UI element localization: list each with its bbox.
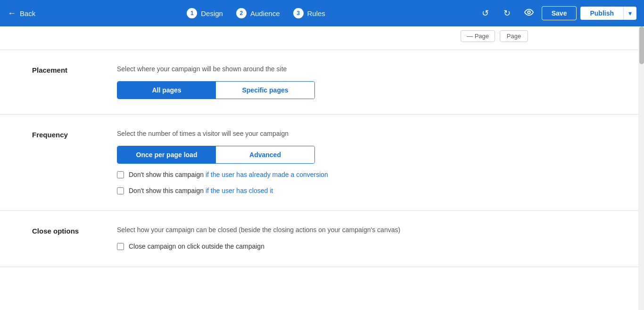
placement-toggle: All pages Specific pages [117, 81, 315, 99]
step-design-label: Design [201, 9, 223, 17]
close-on-click-row: Close campaign on click outside the camp… [117, 242, 528, 251]
step-design-num: 1 [187, 8, 197, 18]
scrollbar-thumb[interactable] [639, 26, 644, 64]
svg-point-0 [528, 11, 530, 14]
page-content: — Page Page Placement Select where your … [0, 26, 644, 310]
step-audience[interactable]: 2 Audience [236, 8, 280, 18]
placement-label: Placement [32, 65, 98, 74]
close-options-content: Select how your campaign can be closed (… [117, 226, 528, 251]
all-pages-button[interactable]: All pages [117, 82, 216, 99]
publish-group: Publish ▾ [580, 7, 636, 20]
frequency-description: Select the number of times a visitor wil… [117, 130, 528, 137]
placement-content: Select where your campaign will be shown… [117, 65, 528, 99]
redo-button[interactable]: ↻ [498, 4, 516, 22]
save-button[interactable]: Save [542, 6, 577, 20]
partial-box-2: Page [500, 30, 528, 42]
close-on-click-checkbox[interactable] [117, 243, 124, 250]
close-on-click-label: Close campaign on click outside the camp… [129, 242, 264, 251]
top-partial: — Page Page [0, 26, 644, 50]
steps-nav: 1 Design 2 Audience 3 Rules [187, 8, 325, 18]
back-button[interactable]: ← Back [8, 8, 35, 18]
step-rules-label: Rules [307, 9, 325, 17]
placement-description: Select where your campaign will be shown… [117, 65, 528, 73]
close-options-section: Close options Select how your campaign c… [0, 211, 644, 267]
frequency-content: Select the number of times a visitor wil… [117, 130, 528, 195]
closed-checkbox-row: Don't show this campaign if the user has… [117, 186, 528, 196]
publish-button[interactable]: Publish [580, 7, 623, 20]
step-design[interactable]: 1 Design [187, 8, 223, 18]
frequency-toggle: Once per page load Advanced [117, 146, 315, 164]
preview-icon [524, 7, 534, 20]
frequency-label: Frequency [32, 130, 98, 139]
back-label: Back [20, 9, 35, 17]
frequency-section: Frequency Select the number of times a v… [0, 115, 644, 211]
conversion-checkbox-label: Don't show this campaign if the user has… [129, 170, 328, 180]
step-audience-label: Audience [250, 9, 280, 17]
scrollbar-track[interactable] [638, 26, 644, 310]
close-options-description: Select how your campaign can be closed (… [117, 226, 528, 234]
closed-checkbox-label: Don't show this campaign if the user has… [129, 186, 273, 196]
redo-icon: ↻ [504, 8, 511, 18]
publish-dropdown-button[interactable]: ▾ [623, 7, 636, 20]
step-rules-num: 3 [293, 8, 304, 18]
undo-button[interactable]: ↺ [477, 4, 495, 22]
undo-icon: ↺ [482, 8, 489, 18]
specific-pages-button[interactable]: Specific pages [216, 82, 314, 99]
topnav: ← Back 1 Design 2 Audience 3 Rules ↺ ↻ [0, 0, 644, 26]
chevron-down-icon: ▾ [628, 9, 632, 17]
conversion-checkbox-row: Don't show this campaign if the user has… [117, 170, 528, 180]
topnav-actions: ↺ ↻ Save Publish ▾ [477, 4, 636, 22]
advanced-button[interactable]: Advanced [216, 146, 314, 163]
closed-checkbox[interactable] [117, 187, 124, 194]
step-rules[interactable]: 3 Rules [293, 8, 325, 18]
back-arrow-icon: ← [8, 8, 16, 18]
partial-box-1: — Page [461, 30, 495, 42]
placement-section: Placement Select where your campaign wil… [0, 50, 644, 115]
conversion-checkbox[interactable] [117, 171, 124, 178]
once-per-page-button[interactable]: Once per page load [117, 146, 216, 163]
step-audience-num: 2 [236, 8, 247, 18]
preview-button[interactable] [520, 4, 538, 22]
close-options-label: Close options [32, 226, 98, 235]
